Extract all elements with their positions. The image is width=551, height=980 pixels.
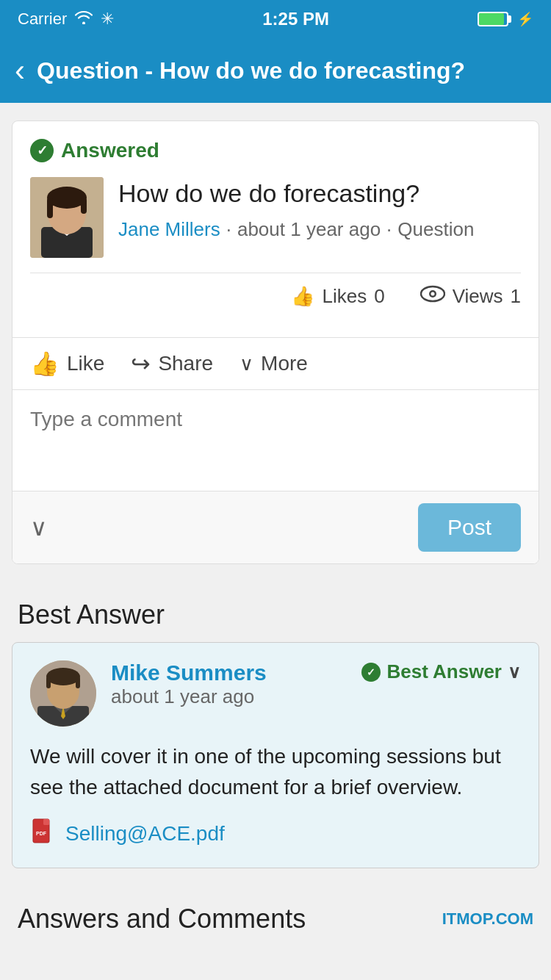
battery-icon: [478, 12, 511, 26]
wifi-icon: [74, 10, 93, 29]
thumbs-up-icon: 👍: [291, 285, 314, 308]
carrier-label: Carrier: [18, 10, 67, 29]
main-content: ✓ Answered: [0, 120, 551, 946]
page-title: Question - How do we do forecasting?: [37, 57, 536, 84]
question-title: How do we do forecasting?: [118, 177, 521, 209]
answered-label: Answered: [61, 139, 159, 162]
stats-row: 👍 Likes 0 Views 1: [30, 273, 521, 320]
likes-count: 0: [374, 285, 384, 308]
svg-text:PDF: PDF: [36, 831, 47, 836]
status-left: Carrier ✳: [18, 10, 114, 29]
status-bar: Carrier ✳ 1:25 PM ⚡: [0, 0, 551, 38]
comment-input[interactable]: [12, 390, 539, 486]
svg-rect-14: [76, 677, 80, 688]
actions-row: 👍 Like ↪ Share ∨ More: [12, 337, 539, 389]
share-button[interactable]: ↪ Share: [131, 350, 213, 378]
likes-label: Likes: [322, 285, 367, 308]
watermark: ITMOP.COM: [442, 909, 533, 929]
best-answer-label: Best Answer: [386, 660, 502, 683]
activity-icon: ✳: [101, 10, 114, 29]
svg-point-12: [46, 668, 80, 685]
question-time: about 1 year ago: [237, 218, 381, 241]
svg-rect-5: [81, 198, 87, 214]
best-answer-check-icon: ✓: [361, 663, 381, 682]
attachment: PDF Selling@ACE.pdf: [30, 818, 521, 850]
best-answer-chevron-icon[interactable]: ∨: [508, 662, 521, 682]
share-icon: ↪: [131, 350, 151, 378]
likes-stat: 👍 Likes 0: [291, 285, 384, 308]
question-author[interactable]: Jane Millers: [118, 218, 220, 241]
views-label: Views: [453, 285, 503, 308]
answers-comments-title: Answers and Comments: [18, 904, 306, 934]
pdf-icon: PDF: [30, 818, 57, 850]
answered-badge: ✓ Answered: [30, 139, 521, 162]
svg-rect-17: [43, 819, 49, 825]
svg-rect-13: [46, 677, 51, 688]
like-label: Like: [67, 352, 104, 375]
nav-bar: ‹ Question - How do we do forecasting?: [0, 38, 551, 103]
bolt-icon: ⚡: [517, 11, 533, 27]
svg-point-8: [431, 292, 434, 296]
share-label: Share: [158, 352, 213, 375]
status-right: ⚡: [478, 11, 533, 27]
svg-rect-4: [47, 198, 53, 218]
question-meta: Jane Millers · about 1 year ago · Questi…: [118, 218, 521, 241]
comment-section: ∨ Post: [12, 389, 539, 563]
question-type: Question: [397, 218, 474, 241]
best-answer-badge: ✓ Best Answer ∨: [361, 660, 521, 683]
views-count: 1: [511, 285, 521, 308]
check-circle-icon: ✓: [30, 139, 54, 162]
expand-icon[interactable]: ∨: [30, 514, 47, 541]
question-body: ✓ Answered: [12, 121, 539, 337]
attachment-link[interactable]: Selling@ACE.pdf: [65, 822, 225, 846]
best-answer-section-title: Best Answer: [0, 582, 551, 642]
more-button[interactable]: ∨ More: [240, 352, 308, 375]
time-display: 1:25 PM: [262, 9, 329, 29]
answer-text: We will cover it in one of the upcoming …: [30, 741, 521, 803]
answer-card: Mike Summers about 1 year ago ✓ Best Ans…: [12, 642, 539, 868]
answer-author-name[interactable]: Mike Summers: [111, 660, 347, 685]
bottom-section: Answers and Comments ITMOP.COM: [0, 886, 551, 946]
eye-icon: [420, 285, 445, 308]
question-card: ✓ Answered: [12, 120, 539, 564]
question-info: How do we do forecasting? Jane Millers ·…: [118, 177, 521, 258]
like-icon: 👍: [30, 350, 60, 378]
svg-point-3: [47, 187, 87, 209]
answer-header: Mike Summers about 1 year ago ✓ Best Ans…: [30, 660, 521, 727]
more-label: More: [261, 352, 308, 375]
question-header: How do we do forecasting? Jane Millers ·…: [30, 177, 521, 258]
chevron-down-icon: ∨: [240, 353, 253, 375]
back-button[interactable]: ‹: [15, 55, 25, 86]
like-button[interactable]: 👍 Like: [30, 350, 104, 378]
comment-footer: ∨ Post: [12, 491, 539, 563]
answer-author-avatar: [30, 660, 96, 727]
answer-time: about 1 year ago: [111, 685, 347, 708]
post-button[interactable]: Post: [418, 503, 521, 552]
author-avatar: [30, 177, 104, 258]
views-stat: Views 1: [420, 285, 521, 308]
answer-author-info: Mike Summers about 1 year ago: [111, 660, 347, 708]
